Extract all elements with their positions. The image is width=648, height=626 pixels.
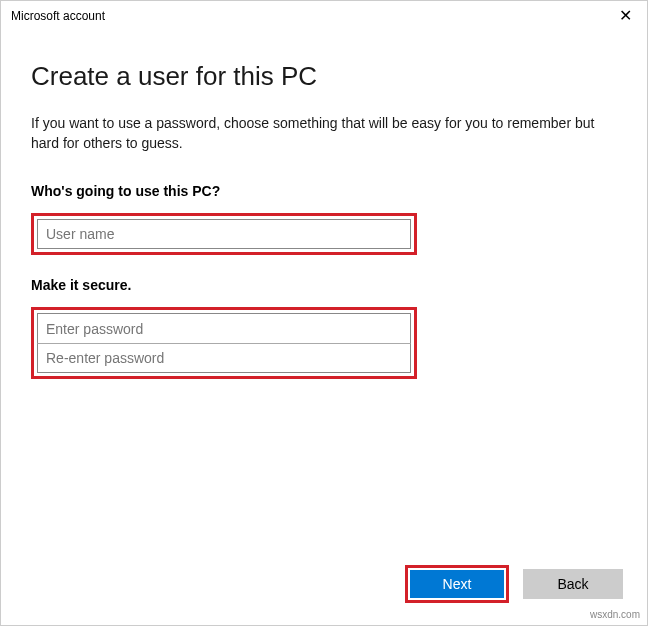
password-highlight [31, 307, 417, 379]
password-section-label: Make it secure. [31, 277, 617, 293]
username-input[interactable] [37, 219, 411, 249]
username-highlight [31, 213, 417, 255]
page-description: If you want to use a password, choose so… [31, 114, 617, 153]
watermark-text: wsxdn.com [590, 609, 640, 620]
close-icon[interactable]: ✕ [615, 1, 635, 31]
username-section-label: Who's going to use this PC? [31, 183, 617, 199]
next-button-highlight: Next [405, 565, 509, 603]
next-button[interactable]: Next [410, 570, 504, 598]
titlebar: Microsoft account ✕ [1, 1, 647, 31]
password-input[interactable] [37, 313, 411, 343]
content-area: Create a user for this PC If you want to… [1, 31, 647, 379]
back-button[interactable]: Back [523, 569, 623, 599]
reenter-password-input[interactable] [37, 343, 411, 373]
window-title: Microsoft account [11, 9, 105, 23]
page-heading: Create a user for this PC [31, 61, 617, 92]
dialog-window: Microsoft account ✕ Create a user for th… [0, 0, 648, 626]
footer-buttons: Next Back [405, 565, 623, 603]
password-stack [37, 313, 411, 373]
